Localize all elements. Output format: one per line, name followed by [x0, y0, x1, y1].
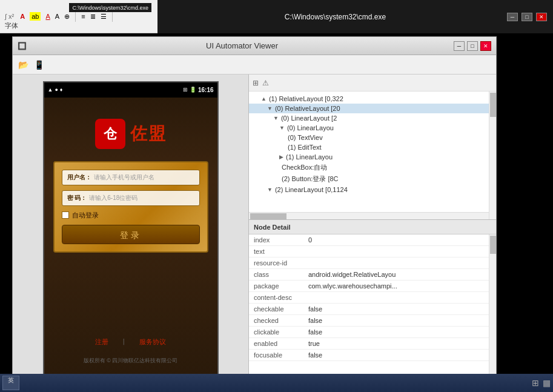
align-icon[interactable]: ≡	[81, 13, 85, 20]
formula-icon: ∫ x²	[5, 13, 14, 20]
font-icon[interactable]: A	[55, 13, 59, 20]
status-time: 16:16	[198, 87, 214, 93]
tree-content: ▲ (1) RelativeLayout [0,322 ▼ (0) Relati…	[249, 91, 496, 197]
automator-maximize-btn[interactable]: □	[467, 41, 478, 51]
tree-item[interactable]: CheckBox:自动	[249, 162, 496, 173]
highlight-a[interactable]: ab	[30, 12, 41, 21]
tree-panel: ⊞ ⚠ ▲ (1) RelativeLayout [0,322 ▼ (0) Re…	[249, 75, 496, 220]
automator-titlebar: 🔲 UI Automator Viewer ─ □ ✕	[13, 37, 496, 55]
table-row: focusable false	[249, 350, 496, 361]
tree-item[interactable]: ▶ (1) LinearLayou	[249, 152, 496, 162]
logo-text: 佐盟	[130, 122, 167, 145]
table-row: checkable false	[249, 304, 496, 315]
tree-toolbar: ⊞ ⚠	[249, 75, 496, 91]
table-row: package com.wlyc.warehousechampi...	[249, 281, 496, 292]
node-detail-table: index 0 text resource-id class android.w…	[249, 234, 496, 361]
status-bar: ▲ ● ♦ ⊞ 🔋 16:16	[44, 82, 217, 98]
expand-icon[interactable]: ⊞	[253, 79, 259, 87]
automator-window: 🔲 UI Automator Viewer ─ □ ✕ 📂 📱 ▲ ● ♦	[12, 36, 497, 385]
table-cell-key: resource-id	[249, 257, 303, 269]
table-cell-key: text	[249, 246, 303, 257]
table-cell-key: focusable	[249, 350, 303, 361]
auto-login-label: 自动登录	[72, 211, 99, 220]
copyright: 版权所有 © 四川物联亿达科技有限公司	[44, 357, 217, 365]
tree-item[interactable]: ▼ (0) LinearLayout [2	[249, 113, 496, 123]
taskbar-icon-2[interactable]: ▦	[543, 378, 551, 388]
tree-item[interactable]: (2) Button:登录 [8C	[249, 173, 496, 185]
table-row: checked false	[249, 315, 496, 327]
font-label: 字体	[5, 21, 18, 30]
cmd-close-btn[interactable]: ✕	[536, 13, 547, 21]
cmd-maximize-btn[interactable]: □	[522, 13, 532, 21]
username-placeholder: 请输入手机号或用户名	[94, 173, 154, 182]
tree-item[interactable]: (0) TextViev	[249, 133, 496, 142]
table-row: text	[249, 246, 496, 257]
logo-area: 仓 佐盟	[95, 119, 167, 149]
tree-item[interactable]: ▼ (0) LinearLayou	[249, 123, 496, 133]
taskbar-icon-1[interactable]: ⊞	[532, 378, 539, 388]
phone-screen: ▲ ● ♦ ⊞ 🔋 16:16 仓	[43, 81, 219, 378]
table-cell-key: package	[249, 281, 303, 292]
automator-window-controls: ─ □ ✕	[454, 41, 491, 51]
login-button[interactable]: 登录	[62, 225, 200, 244]
table-row: enabled true	[249, 338, 496, 350]
underline-a[interactable]: A	[45, 13, 50, 20]
table-cell-value: false	[303, 315, 496, 327]
detail-scrollbar-thumb[interactable]	[490, 236, 496, 254]
password-row[interactable]: 密 码： 请输入6-18位密码	[62, 190, 200, 206]
table-cell-value: false	[303, 327, 496, 338]
table-row: resource-id	[249, 257, 496, 269]
warning-icon: ⚠	[262, 79, 269, 87]
table-cell-key: checkable	[249, 304, 303, 315]
tree-item[interactable]: (1) EditText	[249, 142, 496, 152]
table-cell-key: checked	[249, 315, 303, 327]
special-icon[interactable]: ⊕	[64, 13, 70, 21]
table-cell-value: com.wlyc.warehousechampi...	[303, 281, 496, 292]
table-cell-key: content-desc	[249, 292, 303, 304]
table-cell-value: false	[303, 350, 496, 361]
table-cell-value: android.widget.RelativeLayou	[303, 269, 496, 281]
cmd-window: C:\Windows\system32\cmd.exe ─ □ ✕	[157, 0, 553, 33]
table-cell-key: index	[249, 234, 303, 246]
link-divider: 丨	[121, 337, 127, 347]
tree-item[interactable]: ▼ (2) LinearLayout [0,1124	[249, 185, 496, 194]
table-cell-value	[303, 246, 496, 257]
app-icon: 🔲	[18, 42, 27, 50]
font-color-a[interactable]: A	[20, 13, 25, 20]
taskbar-language-btn[interactable]: 英	[2, 376, 19, 390]
service-link[interactable]: 服务协议	[139, 337, 166, 347]
username-row[interactable]: 用户名： 请输入手机号或用户名	[62, 170, 200, 185]
table-cell-key: class	[249, 269, 303, 281]
cmd-title: C:\Windows\system32\cmd.exe	[164, 13, 507, 21]
tree-scrollbar-thumb[interactable]	[490, 93, 496, 117]
tree-item[interactable]: ▼ (0) RelativeLayout [20	[249, 104, 496, 113]
bottom-links: 注册 丨 服务协议	[44, 337, 217, 347]
automator-toolbar: 📂 📱	[13, 55, 496, 75]
automator-minimize-btn[interactable]: ─	[454, 41, 465, 51]
screenshot-icon[interactable]: 📱	[32, 58, 45, 71]
password-placeholder: 请输入6-18位密码	[89, 194, 137, 202]
login-box: 用户名： 请输入手机号或用户名 密 码： 请输入6-18位密码 自动登录 登录	[53, 161, 208, 253]
register-link[interactable]: 注册	[95, 337, 108, 347]
tree-scrollbar[interactable]	[489, 91, 496, 219]
cmd-minimize-btn[interactable]: ─	[507, 13, 518, 21]
cmd-indicator: C:\Windows\system32\cmd.exe	[69, 3, 151, 12]
tree-hscrollbar[interactable]	[249, 212, 489, 219]
word-toolbar: ∫ x² A ab A A ⊕ ≡ ≣ ☰ C:\Windows\system3…	[0, 0, 157, 33]
tree-hscrollbar-thumb[interactable]	[250, 213, 286, 219]
taskbar: 英 ⊞ ▦	[0, 374, 553, 392]
username-label: 用户名：	[67, 173, 91, 182]
auto-login-checkbox[interactable]	[62, 211, 69, 219]
open-icon[interactable]: 📂	[16, 58, 30, 71]
list-icon[interactable]: ☰	[101, 13, 107, 21]
table-row: content-desc	[249, 292, 496, 304]
indent-icon[interactable]: ≣	[90, 13, 96, 21]
automator-title: UI Automator Viewer	[30, 41, 454, 50]
tree-item[interactable]: ▲ (1) RelativeLayout [0,322	[249, 94, 496, 104]
auto-login-row[interactable]: 自动登录	[62, 211, 200, 220]
node-detail-panel: Node Detail index 0 text resource-id	[249, 220, 496, 384]
detail-scrollbar[interactable]	[489, 234, 496, 384]
cmd-label: C:\Windows\system32\cmd.exe	[72, 5, 148, 11]
phone-panel: ▲ ● ♦ ⊞ 🔋 16:16 仓	[13, 75, 249, 384]
automator-close-btn[interactable]: ✕	[480, 41, 491, 51]
